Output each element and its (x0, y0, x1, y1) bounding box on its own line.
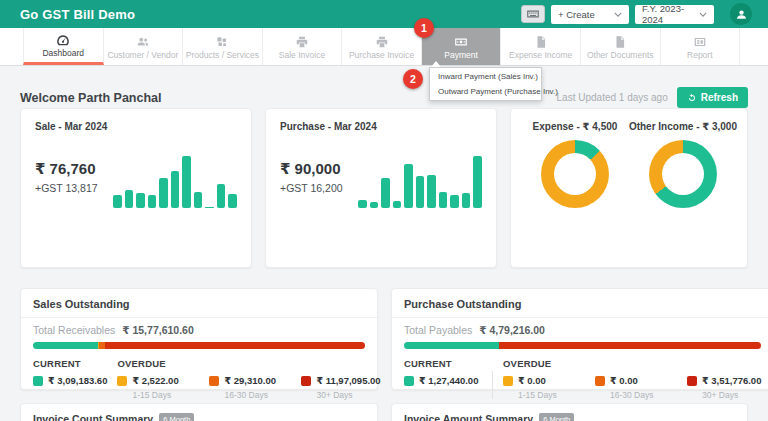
outstanding-row: Sales Outstanding Total Receivables ₹ 15… (20, 288, 748, 390)
overdue-bucket: ₹ 0.00 1-15 Days (503, 369, 595, 400)
menu-item-outward-payment[interactable]: Outward Payment (Purchase Inv.) (430, 84, 541, 99)
sale-amount: ₹ 76,760 (35, 160, 113, 178)
sales-outstanding-progress-bar (33, 342, 365, 349)
overdue-header: OVERDUE (117, 358, 380, 369)
tab-customer-vendor[interactable]: Customer / Vendor (104, 28, 184, 65)
tab-payment[interactable]: Payment (422, 28, 502, 65)
tab-dashboard[interactable]: Dashboard (23, 28, 104, 65)
overdue-bucket: ₹ 2,522.00 1-15 Days (117, 369, 209, 400)
legend-swatch (595, 376, 605, 386)
financial-year-label: F.Y. 2023-2024 (642, 3, 699, 25)
menu-item-inward-payment[interactable]: Inward Payment (Sales Inv.) (430, 69, 541, 84)
refresh-label: Refresh (701, 92, 738, 103)
current-header: CURRENT (404, 358, 492, 369)
overdue-days-label: 1-15 Days (132, 390, 209, 400)
purchase-card-title: Purchase - Mar 2024 (280, 121, 482, 132)
tab-label: Other Documents (587, 51, 654, 61)
overdue-bucket: ₹ 3,51,776.00 30+ Days (687, 369, 761, 400)
create-dropdown[interactable]: + Create (551, 5, 629, 24)
purchase-gst: +GST 16,200 (280, 182, 358, 194)
overdue-days-label: 30+ Days (316, 390, 380, 400)
refresh-icon (687, 93, 697, 103)
legend-swatch (503, 376, 513, 386)
app-title: Go GST Bill Demo (20, 7, 135, 22)
top-bar: Go GST Bill Demo + Create F.Y. 2023-2024 (0, 0, 768, 28)
six-month-badge: 6 Month (159, 413, 194, 421)
current-legend-item: ₹ 3,09,183.60 (33, 375, 107, 386)
report-icon (693, 35, 707, 49)
keyboard-icon (526, 7, 540, 21)
purchase-outstanding-title: Purchase Outstanding (392, 289, 768, 318)
tab-label: Products / Services (186, 51, 259, 61)
purchase-amount: ₹ 90,000 (280, 160, 358, 178)
tab-label: Customer / Vendor (107, 51, 178, 61)
tab-label: Expense Income (509, 51, 572, 61)
overdue-header: OVERDUE (503, 358, 761, 369)
invoice-amount-summary-card: Invoice Amount Summary 6 Month (391, 403, 748, 421)
page-title: Welcome Parth Panchal (20, 91, 162, 105)
tab-label: Dashboard (42, 49, 84, 59)
overdue-value: ₹ 0.00 (610, 375, 638, 386)
payment-dropdown-menu: Inward Payment (Sales Inv.) Outward Paym… (429, 67, 542, 101)
purchase-card: Purchase - Mar 2024 ₹ 90,000 +GST 16,200 (265, 108, 497, 268)
purchase-outstanding-card: Purchase Outstanding Total Payables ₹ 4,… (391, 288, 768, 390)
tab-purchase-invoice[interactable]: Purchase Invoice (342, 28, 422, 65)
chevron-down-icon (614, 12, 622, 17)
financial-year-dropdown[interactable]: F.Y. 2023-2024 (635, 5, 714, 24)
printer-icon (295, 35, 309, 49)
topbar-actions: + Create F.Y. 2023-2024 (521, 3, 752, 25)
refresh-button[interactable]: Refresh (677, 87, 748, 108)
last-updated-text: Last Updated 1 days ago (557, 92, 668, 103)
current-legend-item: ₹ 1,27,440.00 (404, 375, 492, 386)
overdue-days-label: 1-15 Days (518, 390, 595, 400)
document-icon (613, 35, 627, 49)
summary-cards-row: Sale - Mar 2024 ₹ 76,760 +GST 13,817 Pur… (20, 108, 748, 268)
overdue-value: ₹ 3,51,776.00 (702, 375, 761, 386)
printer-icon (375, 35, 389, 49)
tab-label: Purchase Invoice (349, 51, 414, 61)
tab-products-services[interactable]: Products / Services (183, 28, 263, 65)
boxes-icon (215, 35, 229, 49)
legend-swatch (117, 376, 127, 386)
tab-expense-income[interactable]: Expense Income (501, 28, 581, 65)
nav-tabs: Dashboard Customer / Vendor Products / S… (23, 28, 740, 65)
sale-bar-chart (113, 154, 237, 208)
keyboard-shortcuts-button[interactable] (521, 5, 545, 23)
tab-label: Report (687, 51, 713, 61)
invoice-count-summary-title: Invoice Count Summary (33, 413, 153, 421)
current-header: CURRENT (33, 358, 107, 369)
document-icon (534, 35, 548, 49)
main-nav: Dashboard Customer / Vendor Products / S… (0, 28, 768, 66)
total-payables-value: ₹ 4,79,216.00 (479, 324, 545, 336)
sale-card: Sale - Mar 2024 ₹ 76,760 +GST 13,817 (20, 108, 252, 268)
expense-income-card: Expense - ₹ 4,500 Other Income - ₹ 3,000 (510, 108, 748, 268)
overdue-bucket: ₹ 11,97,095.00 30+ Days (301, 369, 380, 400)
six-month-badge: 6 Month (539, 413, 574, 421)
dashboard-page: Go GST Bill Demo + Create F.Y. 2023-2024 (0, 0, 768, 421)
users-icon (136, 35, 150, 49)
tab-other-documents[interactable]: Other Documents (581, 28, 661, 65)
other-income-donut-title: Other Income - ₹ 3,000 (629, 121, 737, 132)
invoice-count-summary-card: Invoice Count Summary 6 Month (20, 403, 378, 421)
tab-report[interactable]: Report (661, 28, 741, 65)
sale-card-title: Sale - Mar 2024 (35, 121, 237, 132)
tab-sale-invoice[interactable]: Sale Invoice (263, 28, 343, 65)
total-receivables-label: Total Receivables (33, 324, 115, 336)
current-value: ₹ 3,09,183.60 (48, 375, 107, 386)
overdue-days-label: 16-30 Days (224, 390, 301, 400)
speedometer-icon (56, 33, 70, 47)
overdue-days-label: 16-30 Days (610, 390, 687, 400)
user-avatar[interactable] (730, 3, 752, 25)
legend-divider (492, 371, 493, 399)
purchase-bar-chart (358, 154, 482, 208)
tab-label: Payment (444, 51, 478, 61)
chevron-down-icon (699, 12, 707, 17)
legend-swatch (404, 376, 414, 386)
create-dropdown-label: + Create (558, 9, 595, 20)
invoice-amount-summary-title: Invoice Amount Summary (404, 413, 533, 421)
content-area: Welcome Parth Panchal Last Updated 1 day… (0, 87, 768, 421)
overdue-bucket: ₹ 0.00 16-30 Days (595, 369, 687, 400)
overdue-days-label: 30+ Days (702, 390, 761, 400)
annotation-step-2-badge: 2 (403, 69, 423, 89)
invoice-summary-row: Invoice Count Summary 6 Month Invoice Am… (20, 403, 748, 421)
